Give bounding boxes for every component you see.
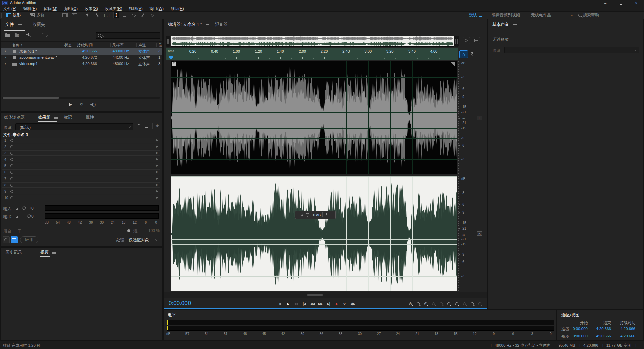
tab-properties[interactable]: 属性 (86, 115, 94, 120)
input-gain-knob[interactable] (22, 206, 26, 210)
navigator-left-handle[interactable] (166, 36, 170, 47)
slot-arrow-icon[interactable]: ▶ (156, 183, 158, 186)
preset-select[interactable]: (默认) (15, 123, 133, 130)
zoom-to-selection-button[interactable] (437, 300, 445, 307)
new-file-dropdown-icon[interactable] (29, 35, 31, 37)
effect-slot-5[interactable]: 5▶ (2, 163, 160, 168)
expand-chevron-icon[interactable]: › (5, 55, 6, 60)
file-row-0[interactable]: ›未命名 1 *4:20.66648000 Hz立体声3 (1, 48, 162, 55)
corner-grip-icon[interactable] (450, 62, 455, 67)
zoom-selection-out-point-button[interactable] (452, 300, 461, 307)
effect-slot-4[interactable]: 4▶ (2, 157, 160, 162)
marquee-selection-tool-button[interactable] (123, 12, 126, 19)
effect-slot-2[interactable]: 2▶ (2, 144, 160, 149)
slot-power-icon[interactable] (10, 164, 13, 167)
slot-power-icon[interactable] (10, 184, 13, 187)
column-name[interactable]: 名称 ↑ (12, 43, 23, 48)
hud-pin-icon[interactable] (325, 213, 328, 217)
move-tool-button[interactable] (87, 12, 89, 19)
effect-slot-9[interactable]: 9▶ (2, 189, 160, 194)
loop-playback-button[interactable]: ↻ (340, 300, 348, 307)
save-preset-button[interactable] (137, 124, 141, 129)
workspace-default-button[interactable]: 默认 (469, 12, 482, 19)
record-button[interactable]: ● (332, 300, 340, 307)
search-options-icon[interactable] (102, 35, 104, 37)
preview-autoplay-button[interactable]: ◀)) (90, 102, 96, 107)
stop-button[interactable]: ■ (276, 300, 284, 307)
rewind-button[interactable]: ◀◀ (308, 300, 316, 307)
column-status[interactable]: 状态 (64, 43, 72, 48)
tab-history[interactable]: 历史记录 (5, 250, 22, 255)
rack-list-toggle-button[interactable] (11, 236, 18, 243)
editor-hscrollbar-handle[interactable] (307, 294, 323, 296)
delete-preset-button[interactable] (145, 124, 148, 129)
zoom-out-amplitude-button[interactable]: − (414, 300, 422, 307)
menu-item-8[interactable]: 帮助(H) (167, 6, 187, 12)
new-file-button[interactable] (25, 33, 31, 37)
skip-to-start-button[interactable]: |◀ (300, 300, 308, 307)
hud-gain-knob[interactable] (306, 213, 309, 217)
menu-item-6[interactable]: 视图(V) (126, 6, 146, 12)
waveform-view-button[interactable]: 波形 (6, 12, 21, 19)
process-select[interactable]: 仅选区对象 (129, 237, 149, 243)
zoom-out-time-button[interactable]: − (429, 300, 437, 307)
mix-slider-track[interactable] (26, 231, 129, 231)
video-panel-menu-icon[interactable] (52, 251, 56, 254)
slot-arrow-icon[interactable]: ▶ (156, 196, 158, 199)
skip-to-end-button[interactable]: ▶| (324, 300, 332, 307)
effect-slot-3[interactable]: 3▶ (2, 150, 160, 156)
files-search-input[interactable] (96, 32, 160, 39)
spectral-pitch-button[interactable] (72, 12, 77, 19)
monitor-toggle-button[interactable]: ∩ (459, 50, 468, 58)
pin-button[interactable] (470, 52, 474, 57)
zoom-full-button[interactable] (460, 300, 468, 307)
column-bits[interactable]: 位 (158, 43, 162, 48)
column-channels[interactable]: 声道 (138, 43, 146, 48)
menu-item-5[interactable]: 收藏夹(R) (101, 6, 126, 12)
expand-chevron-icon[interactable]: › (5, 49, 6, 53)
slot-power-icon[interactable] (10, 177, 13, 180)
menu-item-4[interactable]: 效果(S) (81, 6, 101, 12)
workspace-menu-icon[interactable] (479, 14, 482, 17)
slot-arrow-icon[interactable]: ▶ (156, 177, 158, 180)
spot-healing-tool-button[interactable] (151, 12, 154, 19)
files-hscrollbar-thumb[interactable] (3, 97, 59, 99)
navigator-right-handle[interactable] (454, 36, 459, 47)
navigator-overview[interactable] (171, 36, 454, 47)
files-hscrollbar[interactable] (2, 97, 160, 99)
timeline-ruler[interactable]: hms 0:200:401:001:201:402:002:202:403:00… (166, 48, 458, 60)
selection-view-menu-icon[interactable] (583, 314, 587, 316)
tab-selection-view[interactable]: 选区/视图 (561, 312, 587, 318)
zoom-in-amplitude-button[interactable]: + (406, 300, 414, 307)
workspace-overflow-button[interactable]: » (570, 12, 573, 19)
slot-arrow-icon[interactable]: ▶ (156, 151, 158, 154)
file-row-1[interactable]: ›accompaniment.wav *4:20.67244100 Hz立体声1 (1, 55, 162, 61)
slip-tool-button[interactable]: |↔| (104, 12, 110, 19)
playhead-line[interactable] (171, 61, 171, 291)
workspace-item-0[interactable]: 编辑音频到视频 (492, 12, 520, 18)
editor-panel-menu-icon[interactable] (206, 23, 209, 26)
search-help[interactable]: 搜索帮助 (578, 12, 599, 19)
play-button[interactable]: ▶ (284, 300, 292, 307)
slot-arrow-icon[interactable]: ▶ (156, 139, 158, 142)
basic-sound-preset-select[interactable] (504, 47, 639, 53)
slot-power-icon[interactable] (10, 139, 13, 142)
right-channel-badge[interactable]: R (477, 231, 482, 236)
expand-chevron-icon[interactable]: › (5, 61, 6, 66)
time-selection-tool-button[interactable]: I (113, 12, 119, 18)
tab-media-browser[interactable]: 媒体浏览器 (4, 115, 25, 120)
record-timer-button[interactable] (468, 300, 476, 307)
left-channel-badge[interactable]: L (477, 116, 482, 120)
effects-panel-menu-icon[interactable] (54, 116, 58, 119)
hud-grip-icon[interactable] (297, 213, 299, 217)
mix-slider-handle[interactable] (127, 229, 130, 232)
preview-loop-button[interactable]: ↻ (80, 102, 83, 107)
effect-slot-10[interactable]: 10▶ (2, 195, 160, 200)
tab-markers[interactable]: 标记 (64, 115, 72, 120)
slot-arrow-icon[interactable]: ▶ (156, 145, 158, 148)
tab-basic-sound[interactable]: 基本声音 (492, 22, 517, 28)
tab-editor[interactable]: 编辑器: 未命名 1 * (168, 22, 209, 28)
menu-item-3[interactable]: 剪辑(C) (61, 6, 81, 12)
delete-file-button[interactable] (52, 33, 55, 37)
skip-selection-button[interactable]: ◀|▶ (348, 300, 357, 307)
